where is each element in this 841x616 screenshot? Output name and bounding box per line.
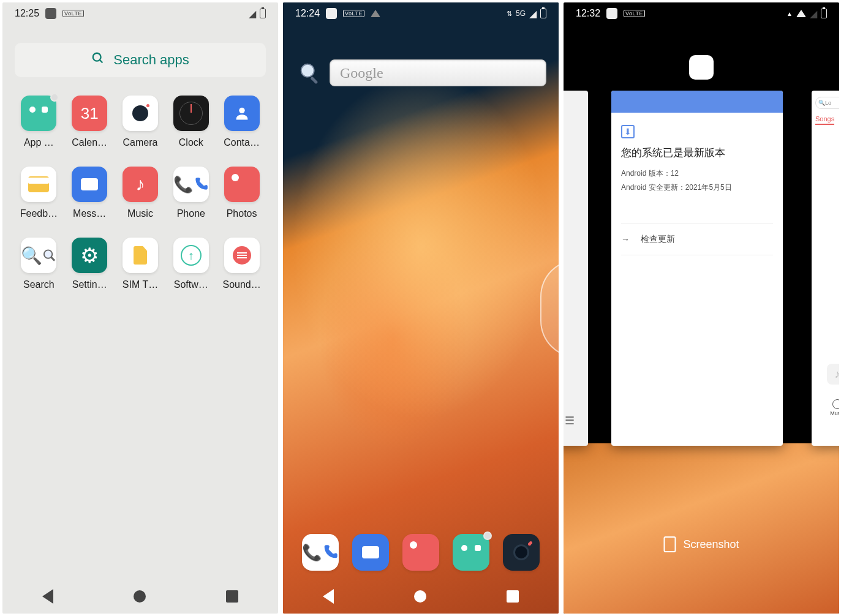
app-label: Search — [23, 279, 55, 290]
navigation-bar — [2, 579, 278, 614]
app-contacts[interactable]: Conta… — [216, 96, 267, 148]
app-calendar[interactable]: 31 Calen… — [64, 96, 115, 148]
search-apps-label: Search apps — [113, 52, 189, 68]
app-software-update[interactable]: Softw… — [165, 238, 216, 290]
wallpaper — [283, 2, 559, 614]
google-search-box[interactable]: Google — [330, 59, 546, 86]
camera-icon — [123, 96, 158, 131]
update-badge-icon — [50, 93, 59, 102]
dock-photos[interactable] — [402, 534, 439, 571]
app-photos[interactable]: Photos — [216, 167, 267, 219]
recents-carousel[interactable]: ☰ ⬇ 您的系统已是最新版本 Android 版本：12 Android 安全更… — [564, 55, 839, 520]
app-label: Photos — [227, 208, 257, 219]
app-label: Sound… — [222, 279, 260, 290]
notification-icon — [606, 8, 617, 19]
app-clock[interactable]: Clock — [165, 96, 216, 148]
battery-icon — [821, 9, 827, 18]
app-phone[interactable]: Phone — [165, 167, 216, 219]
battery-icon — [540, 9, 546, 18]
app-label: Camera — [123, 137, 158, 148]
appmarket-icon — [21, 96, 56, 131]
magnifier-icon — [295, 58, 325, 88]
screenshot-button[interactable]: Screenshot — [663, 536, 739, 552]
dock-appmarket[interactable] — [453, 534, 489, 571]
nav-back-button[interactable] — [42, 589, 53, 604]
search-app-icon — [21, 238, 56, 273]
app-label: Softw… — [174, 279, 208, 290]
recent-card-next[interactable]: 🔍 Lo Songs ♪ Music — [812, 91, 839, 446]
phone-app-drawer: 12:25 VoLTE Search apps App … 31 Calen… … — [2, 2, 278, 614]
dock — [283, 534, 559, 571]
contacts-icon — [224, 96, 260, 131]
feedback-icon — [21, 167, 56, 202]
volte-badge: VoLTE — [624, 10, 645, 17]
app-camera[interactable]: Camera — [115, 96, 166, 148]
phone-recents-screen: 12:32 VoLTE ▲ ☰ ⬇ 您的系统已是最新版本 Android 版本：… — [564, 2, 839, 614]
notification-icon — [326, 8, 337, 19]
security-patch: Android 安全更新：2021年5月5日 — [621, 182, 773, 193]
nav-recents-button[interactable] — [507, 590, 519, 603]
recent-card-system-update[interactable]: ⬇ 您的系统已是最新版本 Android 版本：12 Android 安全更新：… — [611, 91, 783, 446]
app-label: Calen… — [72, 137, 107, 148]
download-icon: ⬇ — [621, 125, 635, 138]
status-bar: 12:32 VoLTE ▲ — [564, 2, 839, 24]
app-messages[interactable]: Mess… — [64, 167, 115, 219]
card-header — [611, 91, 783, 113]
svg-line-4 — [51, 257, 55, 261]
svg-point-5 — [301, 64, 314, 77]
update-title: 您的系统已是最新版本 — [621, 146, 773, 160]
songs-tab[interactable]: Songs — [815, 115, 834, 125]
phone-icon — [173, 167, 209, 202]
app-sound-recorder[interactable]: Sound… — [216, 238, 267, 290]
app-label: App … — [24, 137, 54, 148]
svg-point-3 — [44, 250, 52, 258]
nav-back-button[interactable] — [323, 589, 334, 604]
signal-icon — [249, 8, 256, 20]
app-label: Conta… — [224, 137, 260, 148]
app-grid: App … 31 Calen… Camera Clock Conta… Feed… — [2, 89, 278, 296]
android-version: Android 版本：12 — [621, 168, 773, 179]
wifi-weak-icon — [371, 10, 380, 17]
settings-icon — [72, 238, 107, 273]
app-sim-toolkit[interactable]: SIM T… — [115, 238, 166, 290]
recent-app-icon[interactable] — [689, 55, 714, 80]
volte-badge: VoLTE — [62, 10, 84, 17]
list-icon: ☰ — [565, 414, 575, 427]
messages-icon — [72, 167, 107, 202]
notification-icon — [45, 8, 56, 19]
app-music[interactable]: Music — [115, 167, 166, 219]
calendar-icon: 31 — [72, 96, 107, 131]
search-apps-bar[interactable]: Search apps — [15, 43, 266, 77]
phone-home-screen: 12:24 VoLTE ⇅ 5G Google — [283, 2, 559, 614]
sim-icon — [123, 238, 158, 273]
nav-home-button[interactable] — [134, 590, 146, 603]
svg-line-1 — [100, 60, 103, 63]
app-search[interactable]: Search — [13, 238, 64, 290]
app-label: Phone — [177, 208, 205, 219]
search-icon — [91, 51, 105, 69]
app-feedback[interactable]: Feedb… — [13, 167, 64, 219]
app-label: Music — [127, 208, 153, 219]
app-appmarket[interactable]: App … — [13, 96, 64, 148]
signal-icon — [529, 8, 537, 20]
music-float-label: Music — [827, 399, 839, 416]
status-time: 12:25 — [15, 8, 39, 19]
app-label: Settin… — [72, 279, 107, 290]
volte-badge: VoLTE — [343, 10, 364, 17]
music-float-icon[interactable]: ♪ — [827, 364, 839, 385]
check-update-row[interactable]: → 检查更新 — [621, 223, 773, 255]
data-arrows-icon: ⇅ — [507, 10, 512, 18]
dock-messages[interactable] — [352, 534, 389, 571]
arrow-right-icon: → — [621, 235, 630, 244]
app-settings[interactable]: Settin… — [64, 238, 115, 290]
dock-phone[interactable] — [302, 534, 339, 571]
recent-card-prev[interactable]: ☰ — [564, 91, 588, 446]
nav-home-button[interactable] — [414, 590, 426, 603]
battery-icon — [260, 9, 266, 18]
music-search-input[interactable]: 🔍 Lo — [815, 97, 839, 109]
dock-camera[interactable] — [503, 534, 540, 571]
status-bar: 12:24 VoLTE ⇅ 5G — [283, 2, 559, 24]
svg-point-0 — [93, 53, 101, 61]
google-search-widget[interactable]: Google — [295, 55, 546, 91]
nav-recents-button[interactable] — [226, 590, 238, 603]
